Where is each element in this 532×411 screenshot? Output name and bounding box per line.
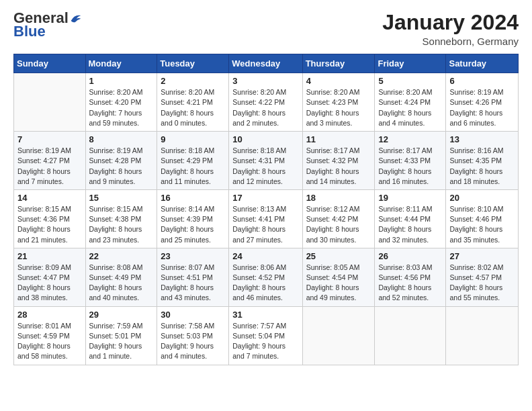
calendar-week-row: 28Sunrise: 8:01 AM Sunset: 4:59 PM Dayli… [14, 306, 519, 365]
calendar-cell: 13Sunrise: 8:16 AM Sunset: 4:35 PM Dayli… [446, 132, 519, 190]
day-number: 8 [89, 134, 154, 144]
day-info: Sunrise: 8:18 AM Sunset: 4:29 PM Dayligh… [161, 146, 225, 187]
weekday-header-cell: Thursday [302, 54, 375, 73]
day-number: 16 [161, 193, 225, 203]
day-info: Sunrise: 8:13 AM Sunset: 4:41 PM Dayligh… [232, 204, 298, 245]
calendar-cell: 10Sunrise: 8:18 AM Sunset: 4:31 PM Dayli… [229, 132, 302, 190]
calendar-cell: 27Sunrise: 8:02 AM Sunset: 4:57 PM Dayli… [446, 248, 519, 306]
weekday-header-cell: Tuesday [157, 54, 229, 73]
day-number: 5 [378, 76, 442, 86]
day-info: Sunrise: 8:20 AM Sunset: 4:22 PM Dayligh… [232, 87, 298, 128]
day-number: 12 [378, 134, 442, 144]
day-info: Sunrise: 8:11 AM Sunset: 4:44 PM Dayligh… [378, 204, 442, 245]
day-info: Sunrise: 8:19 AM Sunset: 4:28 PM Dayligh… [89, 146, 154, 187]
day-number: 11 [306, 134, 371, 144]
day-info: Sunrise: 8:06 AM Sunset: 4:52 PM Dayligh… [232, 263, 298, 304]
calendar-cell: 25Sunrise: 8:05 AM Sunset: 4:54 PM Dayli… [302, 248, 375, 306]
day-info: Sunrise: 8:20 AM Sunset: 4:21 PM Dayligh… [161, 87, 225, 128]
day-number: 20 [449, 193, 515, 203]
calendar-cell: 17Sunrise: 8:13 AM Sunset: 4:41 PM Dayli… [229, 189, 302, 248]
logo: General Blue [13, 11, 82, 40]
day-number: 1 [89, 76, 154, 86]
day-number: 30 [161, 310, 225, 320]
weekday-header-cell: Saturday [446, 54, 519, 73]
calendar-body: 1Sunrise: 8:20 AM Sunset: 4:20 PM Daylig… [14, 73, 519, 365]
calendar-cell: 12Sunrise: 8:17 AM Sunset: 4:33 PM Dayli… [375, 132, 446, 190]
day-info: Sunrise: 8:18 AM Sunset: 4:31 PM Dayligh… [232, 146, 298, 187]
weekday-header-cell: Friday [375, 54, 446, 73]
calendar-cell [446, 306, 519, 365]
day-info: Sunrise: 8:02 AM Sunset: 4:57 PM Dayligh… [449, 263, 515, 304]
calendar-cell: 24Sunrise: 8:06 AM Sunset: 4:52 PM Dayli… [229, 248, 302, 306]
day-info: Sunrise: 7:59 AM Sunset: 5:01 PM Dayligh… [89, 321, 154, 362]
title-block: January 2024 Sonneborn, Germany [382, 11, 519, 47]
calendar-cell: 9Sunrise: 8:18 AM Sunset: 4:29 PM Daylig… [157, 132, 229, 190]
calendar-cell: 26Sunrise: 8:03 AM Sunset: 4:56 PM Dayli… [375, 248, 446, 306]
calendar-cell: 8Sunrise: 8:19 AM Sunset: 4:28 PM Daylig… [85, 132, 157, 190]
weekday-header-cell: Wednesday [229, 54, 302, 73]
calendar-cell: 7Sunrise: 8:19 AM Sunset: 4:27 PM Daylig… [14, 132, 86, 190]
day-number: 28 [17, 310, 82, 320]
weekday-header-row: SundayMondayTuesdayWednesdayThursdayFrid… [14, 54, 519, 73]
calendar-cell: 29Sunrise: 7:59 AM Sunset: 5:01 PM Dayli… [85, 306, 157, 365]
calendar-cell: 21Sunrise: 8:09 AM Sunset: 4:47 PM Dayli… [14, 248, 86, 306]
calendar-week-row: 21Sunrise: 8:09 AM Sunset: 4:47 PM Dayli… [14, 248, 519, 306]
day-info: Sunrise: 7:57 AM Sunset: 5:04 PM Dayligh… [232, 321, 298, 362]
day-info: Sunrise: 8:17 AM Sunset: 4:32 PM Dayligh… [306, 146, 371, 187]
month-title: January 2024 [382, 11, 519, 34]
logo-bird-icon [70, 13, 82, 24]
day-info: Sunrise: 8:16 AM Sunset: 4:35 PM Dayligh… [449, 146, 515, 187]
day-info: Sunrise: 8:01 AM Sunset: 4:59 PM Dayligh… [17, 321, 82, 362]
calendar-cell: 19Sunrise: 8:11 AM Sunset: 4:44 PM Dayli… [375, 189, 446, 248]
day-number: 7 [17, 134, 82, 144]
calendar-cell [375, 306, 446, 365]
day-number: 2 [161, 76, 225, 86]
calendar-cell: 4Sunrise: 8:20 AM Sunset: 4:23 PM Daylig… [302, 73, 375, 132]
calendar-cell: 20Sunrise: 8:10 AM Sunset: 4:46 PM Dayli… [446, 189, 519, 248]
calendar-cell [302, 306, 375, 365]
day-info: Sunrise: 8:08 AM Sunset: 4:49 PM Dayligh… [89, 263, 154, 304]
day-number: 17 [232, 193, 298, 203]
day-info: Sunrise: 8:12 AM Sunset: 4:42 PM Dayligh… [306, 204, 371, 245]
calendar-cell: 23Sunrise: 8:07 AM Sunset: 4:51 PM Dayli… [157, 248, 229, 306]
day-number: 14 [17, 193, 82, 203]
day-info: Sunrise: 8:19 AM Sunset: 4:27 PM Dayligh… [17, 146, 82, 187]
day-info: Sunrise: 8:15 AM Sunset: 4:38 PM Dayligh… [89, 204, 154, 245]
day-info: Sunrise: 7:58 AM Sunset: 5:03 PM Dayligh… [161, 321, 225, 362]
day-number: 31 [232, 310, 298, 320]
calendar-cell: 16Sunrise: 8:14 AM Sunset: 4:39 PM Dayli… [157, 189, 229, 248]
day-number: 3 [232, 76, 298, 86]
day-number: 22 [89, 251, 154, 261]
calendar-week-row: 7Sunrise: 8:19 AM Sunset: 4:27 PM Daylig… [14, 132, 519, 190]
header: General Blue January 2024 Sonneborn, Ger… [13, 11, 519, 47]
calendar-cell: 6Sunrise: 8:19 AM Sunset: 4:26 PM Daylig… [446, 73, 519, 132]
day-number: 27 [449, 251, 515, 261]
day-info: Sunrise: 8:20 AM Sunset: 4:23 PM Dayligh… [306, 87, 371, 128]
day-info: Sunrise: 8:15 AM Sunset: 4:36 PM Dayligh… [17, 204, 82, 245]
calendar-cell: 31Sunrise: 7:57 AM Sunset: 5:04 PM Dayli… [229, 306, 302, 365]
calendar-cell: 28Sunrise: 8:01 AM Sunset: 4:59 PM Dayli… [14, 306, 86, 365]
day-number: 4 [306, 76, 371, 86]
day-info: Sunrise: 8:03 AM Sunset: 4:56 PM Dayligh… [378, 263, 442, 304]
day-info: Sunrise: 8:19 AM Sunset: 4:26 PM Dayligh… [449, 87, 515, 128]
day-number: 24 [232, 251, 298, 261]
day-number: 6 [449, 76, 515, 86]
day-number: 19 [378, 193, 442, 203]
day-number: 29 [89, 310, 154, 320]
day-number: 10 [232, 134, 298, 144]
calendar-cell: 30Sunrise: 7:58 AM Sunset: 5:03 PM Dayli… [157, 306, 229, 365]
day-info: Sunrise: 8:20 AM Sunset: 4:20 PM Dayligh… [89, 87, 154, 128]
logo-blue-text: Blue [13, 23, 46, 40]
calendar-cell: 2Sunrise: 8:20 AM Sunset: 4:21 PM Daylig… [157, 73, 229, 132]
calendar-cell: 5Sunrise: 8:20 AM Sunset: 4:24 PM Daylig… [375, 73, 446, 132]
day-number: 25 [306, 251, 371, 261]
day-number: 21 [17, 251, 82, 261]
calendar-cell: 3Sunrise: 8:20 AM Sunset: 4:22 PM Daylig… [229, 73, 302, 132]
day-info: Sunrise: 8:10 AM Sunset: 4:46 PM Dayligh… [449, 204, 515, 245]
calendar-week-row: 1Sunrise: 8:20 AM Sunset: 4:20 PM Daylig… [14, 73, 519, 132]
calendar-cell: 11Sunrise: 8:17 AM Sunset: 4:32 PM Dayli… [302, 132, 375, 190]
day-info: Sunrise: 8:09 AM Sunset: 4:47 PM Dayligh… [17, 263, 82, 304]
calendar-cell [14, 73, 86, 132]
calendar-table: SundayMondayTuesdayWednesdayThursdayFrid… [13, 54, 519, 365]
calendar-cell: 15Sunrise: 8:15 AM Sunset: 4:38 PM Dayli… [85, 189, 157, 248]
